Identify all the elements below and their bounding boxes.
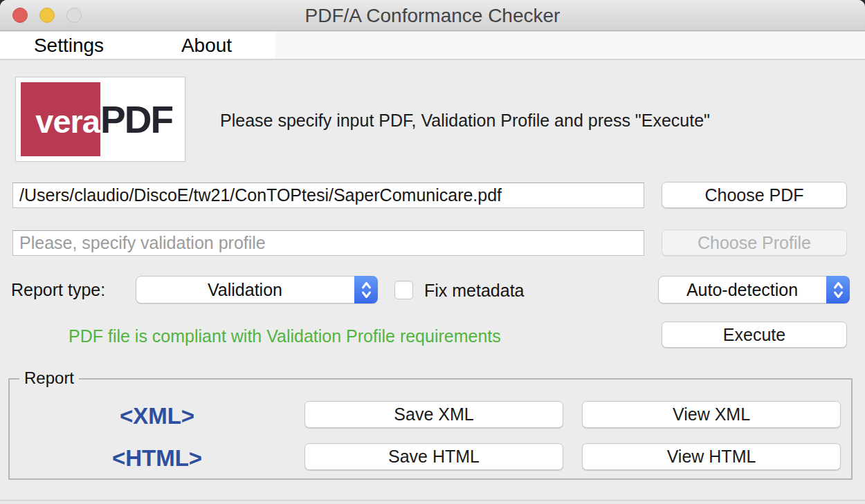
pdf-path-input[interactable]	[12, 183, 644, 208]
verapdf-logo: vera PDF	[15, 77, 185, 162]
xml-tag-label: <XML>	[102, 403, 212, 429]
app-window: PDF/A Conformance Checker Settings About…	[0, 0, 865, 504]
instruction-text: Please specify input PDF, Validation Pro…	[220, 111, 710, 131]
view-xml-button[interactable]: View XML	[582, 401, 841, 428]
flavour-select[interactable]: Auto-detection	[658, 276, 850, 304]
report-type-select[interactable]: Validation	[136, 276, 378, 304]
main-content: vera PDF Please specify input PDF, Valid…	[0, 62, 865, 504]
save-html-button[interactable]: Save HTML	[304, 443, 563, 470]
verapdf-logo-image: vera PDF	[21, 82, 180, 156]
menu-settings[interactable]: Settings	[0, 32, 138, 59]
flavour-selected-value: Auto-detection	[659, 277, 826, 303]
up-down-chevrons-icon	[354, 276, 378, 304]
fix-metadata-label: Fix metadata	[424, 281, 525, 301]
validation-profile-input[interactable]	[12, 230, 644, 256]
choose-pdf-button[interactable]: Choose PDF	[662, 182, 847, 208]
logo-pdf-text: PDF	[100, 82, 180, 156]
execute-button[interactable]: Execute	[662, 321, 847, 348]
menubar: Settings About	[0, 32, 865, 60]
fix-metadata-checkbox[interactable]	[394, 281, 413, 299]
window-bottom-edge	[0, 500, 865, 504]
titlebar: PDF/A Conformance Checker	[0, 0, 865, 31]
report-group-title: Report	[19, 368, 79, 388]
choose-profile-button: Choose Profile	[662, 230, 847, 256]
logo-vera-text: vera	[21, 82, 100, 156]
report-type-selected-value: Validation	[136, 277, 354, 303]
report-group: Report <XML> Save XML View XML <HTML> Sa…	[8, 378, 853, 480]
menu-about[interactable]: About	[138, 32, 275, 59]
view-html-button[interactable]: View HTML	[582, 443, 841, 470]
menu-strip: Settings About	[0, 32, 275, 59]
window-title: PDF/A Conformance Checker	[0, 0, 865, 31]
html-tag-label: <HTML>	[102, 445, 212, 472]
save-xml-button[interactable]: Save XML	[304, 401, 563, 428]
status-message: PDF file is compliant with Validation Pr…	[69, 326, 501, 346]
report-type-label: Report type:	[11, 280, 105, 300]
up-down-chevrons-icon	[826, 276, 850, 304]
